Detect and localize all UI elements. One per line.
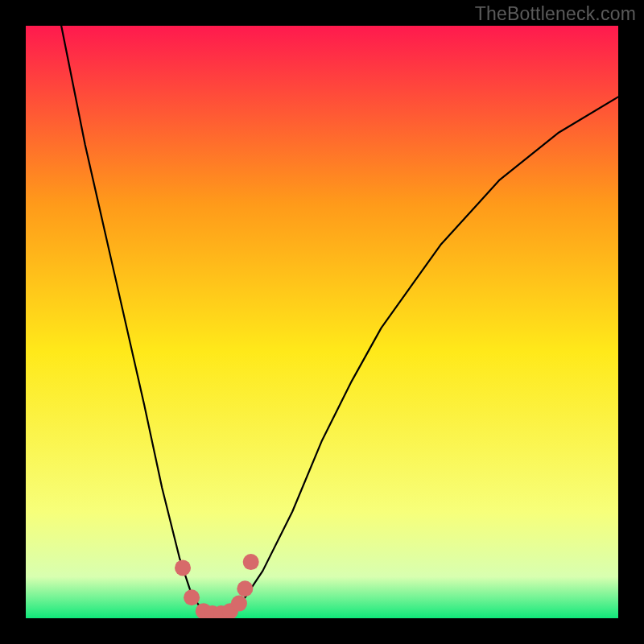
highlight-marker — [231, 596, 247, 612]
watermark-label: TheBottleneck.com — [475, 3, 636, 25]
plot-area — [26, 26, 618, 618]
highlight-marker — [175, 559, 191, 576]
gradient-background — [26, 26, 618, 618]
highlight-marker — [243, 554, 259, 570]
highlight-marker — [237, 580, 253, 597]
chart-svg — [26, 26, 618, 618]
chart-frame: TheBottleneck.com — [0, 0, 644, 644]
highlight-marker — [184, 589, 200, 605]
